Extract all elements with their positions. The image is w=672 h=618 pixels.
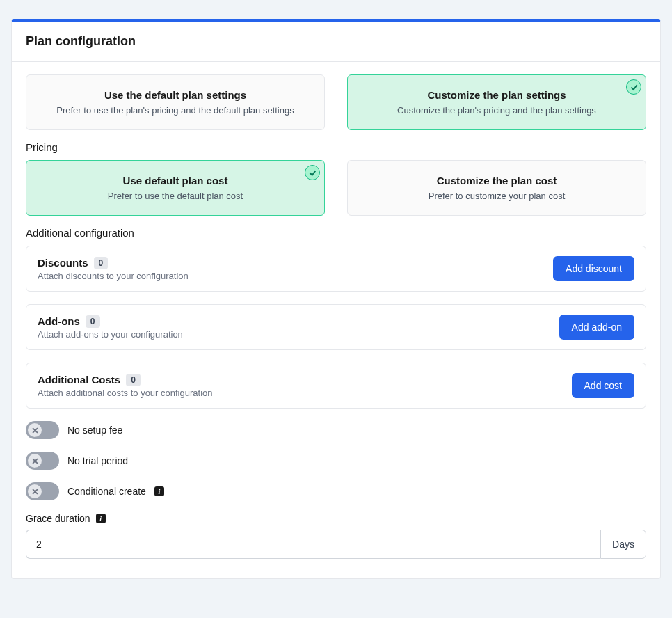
conditional-create-toggle[interactable] [26, 482, 59, 500]
discounts-count: 0 [94, 257, 109, 269]
plan-configuration-card: Plan configuration Use the default plan … [11, 19, 661, 579]
grace-duration-input[interactable] [26, 530, 600, 559]
grace-unit: Days [600, 530, 646, 559]
addons-info: Add-ons 0 Attach add-ons to your configu… [38, 315, 183, 340]
addons-title: Add-ons [38, 315, 80, 327]
info-icon[interactable]: i [154, 486, 164, 496]
option-desc: Customize the plan's pricing and the pla… [359, 105, 634, 116]
plan-settings-options: Use the default plan settings Prefer to … [26, 74, 646, 130]
card-header: Plan configuration [12, 22, 660, 62]
add-discount-button[interactable]: Add discount [553, 256, 634, 281]
discounts-title: Discounts [38, 257, 88, 269]
setup-fee-toggle[interactable] [26, 421, 59, 439]
option-title: Customize the plan settings [359, 89, 634, 101]
addons-box: Add-ons 0 Attach add-ons to your configu… [26, 304, 646, 350]
pricing-label: Pricing [26, 141, 646, 153]
conditional-create-row: Conditional create i [26, 482, 646, 500]
option-desc: Prefer to use the plan's pricing and the… [38, 105, 313, 116]
additional-costs-info: Additional Costs 0 Attach additional cos… [38, 374, 212, 398]
option-default-plan-cost[interactable]: Use default plan cost Prefer to use the … [26, 160, 325, 216]
card-body: Use the default plan settings Prefer to … [12, 62, 660, 578]
option-title: Customize the plan cost [359, 175, 634, 187]
trial-period-toggle[interactable] [26, 452, 59, 470]
additional-costs-count: 0 [126, 374, 141, 386]
addons-desc: Attach add-ons to your configuration [38, 329, 183, 340]
additional-costs-box: Additional Costs 0 Attach additional cos… [26, 363, 646, 409]
trial-period-label: No trial period [67, 455, 128, 466]
add-addon-button[interactable]: Add add-on [559, 315, 634, 340]
check-icon [626, 79, 641, 95]
trial-period-row: No trial period [26, 452, 646, 470]
option-default-plan-settings[interactable]: Use the default plan settings Prefer to … [26, 74, 325, 130]
additional-config-label: Additional configuration [26, 227, 646, 239]
info-icon[interactable]: i [96, 514, 106, 523]
add-cost-button[interactable]: Add cost [572, 373, 634, 398]
discounts-desc: Attach discounts to your configuration [38, 271, 189, 281]
additional-costs-title: Additional Costs [38, 374, 120, 386]
x-icon [31, 427, 39, 434]
grace-input-group: Days [26, 530, 646, 559]
option-desc: Prefer to use the default plan cost [38, 191, 313, 201]
discounts-box: Discounts 0 Attach discounts to your con… [26, 246, 646, 292]
x-icon [31, 457, 39, 465]
option-title: Use default plan cost [38, 175, 313, 187]
option-title: Use the default plan settings [38, 89, 313, 101]
additional-costs-desc: Attach additional costs to your configur… [38, 388, 212, 398]
setup-fee-row: No setup fee [26, 421, 646, 439]
card-title: Plan configuration [26, 34, 646, 49]
x-icon [31, 488, 39, 496]
setup-fee-label: No setup fee [67, 425, 122, 436]
grace-label: Grace duration [26, 513, 90, 524]
addons-count: 0 [86, 315, 100, 328]
option-customize-plan-cost[interactable]: Customize the plan cost Prefer to custom… [347, 160, 646, 216]
discounts-info: Discounts 0 Attach discounts to your con… [38, 257, 189, 281]
pricing-options: Use default plan cost Prefer to use the … [26, 160, 646, 216]
toggle-knob [28, 484, 42, 498]
grace-label-row: Grace duration i [26, 513, 646, 524]
toggle-knob [28, 423, 42, 437]
check-icon [305, 165, 320, 180]
toggle-knob [28, 454, 42, 468]
option-desc: Prefer to customize your plan cost [359, 191, 634, 201]
option-customize-plan-settings[interactable]: Customize the plan settings Customize th… [347, 74, 646, 130]
conditional-create-label: Conditional create [67, 486, 146, 497]
